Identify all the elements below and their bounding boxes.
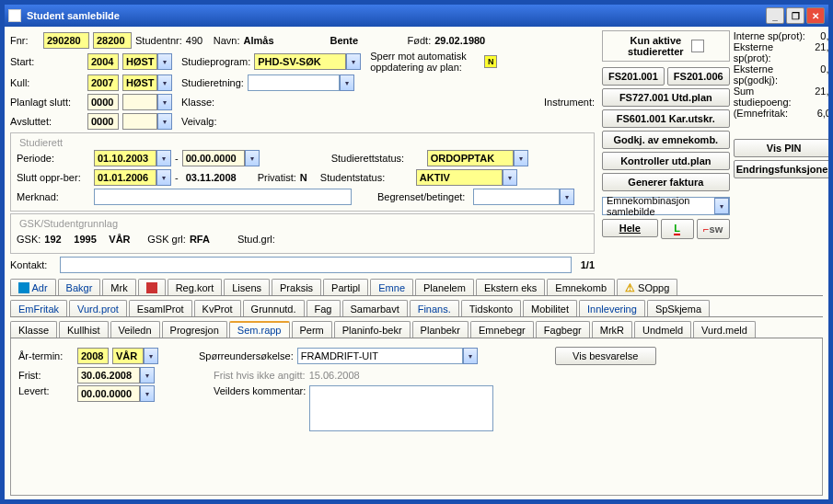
start-year[interactable]: 2004 [87, 53, 119, 70]
tab-Innlevering[interactable]: Innlevering [579, 300, 645, 316]
studieretning-dd[interactable]: ▾ [340, 74, 354, 91]
maximize-button[interactable]: ❐ [786, 7, 804, 24]
tab-Planelem[interactable]: Planelem [415, 279, 474, 295]
tab-Adr[interactable]: Adr [10, 279, 56, 295]
tab-Sem.rapp[interactable]: Sem.rapp [229, 321, 290, 338]
tab-MrkR[interactable]: MrkR [592, 321, 632, 338]
periode-to-dd[interactable]: ▾ [245, 150, 260, 166]
sporre-field[interactable]: FRAMDRIFT-UIT [297, 348, 463, 364]
tab-Progresjon[interactable]: Progresjon [162, 321, 227, 338]
tab-Grunnutd.[interactable]: Grunnutd. [243, 300, 305, 316]
tab-EsamlProt[interactable]: EsamlProt [129, 300, 192, 316]
studentstatus-dd[interactable]: ▾ [503, 169, 517, 186]
tab-Emnekomb[interactable]: Emnekomb [547, 279, 615, 295]
fs201001-button[interactable]: FS201.001 [602, 67, 665, 86]
tab-Praksis[interactable]: Praksis [272, 279, 321, 295]
avs-year[interactable]: 0000 [87, 113, 119, 130]
studentstatus-field[interactable]: AKTIV [416, 169, 503, 186]
tab-Undmeld[interactable]: Undmeld [634, 321, 691, 338]
begrenset-field[interactable] [473, 189, 560, 205]
tab-Veiledn[interactable]: Veiledn [110, 321, 160, 338]
levert-field[interactable]: 00.00.0000 [77, 385, 140, 402]
tab-Tidskonto[interactable]: Tidskonto [461, 300, 521, 316]
generer-faktura-button[interactable]: Generer faktura [602, 173, 730, 191]
tab-SpSkjema[interactable]: SpSkjema [647, 300, 710, 316]
endrings-button[interactable]: Endringsfunksjoner [734, 160, 828, 178]
fs601-button[interactable]: FS601.001 Kar.utskr. [602, 109, 730, 128]
vispin-button[interactable]: Vis PIN [734, 139, 828, 157]
kull-sem-dd[interactable]: ▾ [157, 74, 172, 91]
avs-sem-dd[interactable]: ▾ [157, 113, 172, 130]
frist-dd[interactable]: ▾ [140, 367, 155, 384]
tab-SOppg[interactable]: ⚠ SOppg [617, 279, 677, 295]
tab-Reg.kort[interactable]: Reg.kort [168, 279, 223, 295]
levert-dd[interactable]: ▾ [140, 385, 155, 402]
tab-Mobilitet[interactable]: Mobilitet [523, 300, 577, 316]
tab-Planbekr[interactable]: Planbekr [412, 321, 469, 338]
periode-from[interactable]: 01.10.2003 [94, 150, 156, 166]
sporre-dd[interactable]: ▾ [463, 348, 478, 364]
plan-sem-dd[interactable]: ▾ [157, 94, 172, 110]
artermin-year[interactable]: 2008 [77, 348, 109, 364]
tab-Klasse[interactable]: Klasse [10, 321, 57, 338]
artermin-dd[interactable]: ▾ [144, 348, 158, 364]
tab-Perm[interactable]: Perm [292, 321, 332, 338]
studierettstatus-field[interactable]: ORDOPPTAK [427, 150, 514, 166]
kull-year[interactable]: 2007 [87, 74, 119, 91]
tab-KvProt[interactable]: KvProt [194, 300, 241, 316]
kull-sem[interactable]: HØST [122, 74, 157, 91]
tab-Kullhist[interactable]: Kullhist [59, 321, 108, 338]
studieretning-field[interactable] [248, 74, 340, 91]
minimize-button[interactable]: _ [766, 7, 784, 24]
plan-sem[interactable] [122, 94, 157, 110]
studierettstatus-dd[interactable]: ▾ [514, 150, 528, 166]
fnr2-field[interactable]: 28200 [93, 32, 132, 49]
tab-Finans.[interactable]: Finans. [410, 300, 459, 316]
periode-to[interactable]: 00.00.0000 [182, 150, 245, 166]
emnekomb-select[interactable]: Emnekombinasjon samlebilde ▾ [602, 197, 730, 215]
tab-Fagbegr[interactable]: Fagbegr [536, 321, 590, 338]
tab-Fag[interactable]: Fag [307, 300, 341, 316]
plan-year[interactable]: 0000 [87, 94, 119, 110]
tab-Vurd.meld[interactable]: Vurd.meld [693, 321, 756, 338]
studieprogram-field[interactable]: PHD-SV-SØK [254, 53, 346, 70]
visbesvarelse-button[interactable]: Vis besvarelse [555, 347, 656, 365]
sluttoppr-from[interactable]: 01.01.2006 [94, 169, 156, 186]
close-button[interactable]: ✕ [806, 7, 825, 24]
emnekomb-select-dd[interactable]: ▾ [714, 198, 729, 214]
L-icon-button[interactable]: L [661, 219, 694, 239]
periode-from-dd[interactable]: ▾ [156, 150, 171, 166]
tab-Samarbavt[interactable]: Samarbavt [342, 300, 408, 316]
merknad-field[interactable] [94, 189, 352, 205]
tab-Lisens[interactable]: Lisens [224, 279, 270, 295]
tab-Ekstern eks[interactable]: Ekstern eks [476, 279, 545, 295]
kontroller-button[interactable]: Kontroller utd.plan [602, 152, 730, 170]
tab-Emnebegr[interactable]: Emnebegr [470, 321, 534, 338]
veilkomm-field[interactable] [309, 385, 493, 431]
sw-icon-button[interactable]: ⌐sw [697, 219, 730, 239]
godkj-button[interactable]: Godkj. av emnekomb. [602, 131, 730, 149]
tab-EmFritak[interactable]: EmFritak [10, 300, 67, 316]
kontakt-field[interactable] [60, 257, 572, 273]
sluttoppr-from-dd[interactable]: ▾ [156, 169, 171, 186]
frist-field[interactable]: 30.06.2008 [77, 367, 140, 384]
tab-Vurd.prot[interactable]: Vurd.prot [69, 300, 127, 316]
tab-Planinfo-bekr[interactable]: Planinfo-bekr [334, 321, 411, 338]
begrenset-dd[interactable]: ▾ [560, 189, 574, 205]
fnr1-field[interactable]: 290280 [43, 32, 89, 49]
fs727-button[interactable]: FS727.001 Utd.plan [602, 88, 730, 107]
tab-Mrk[interactable]: Mrk [102, 279, 135, 295]
tab-Bakgr[interactable]: Bakgr [58, 279, 101, 295]
kun-aktive-checkbox[interactable] [691, 40, 704, 52]
sperr-value[interactable]: N [484, 55, 497, 68]
tab-Emne[interactable]: Emne [370, 279, 413, 295]
tab-Partipl[interactable]: Partipl [323, 279, 368, 295]
studieprogram-dd[interactable]: ▾ [346, 53, 361, 70]
start-sem-dd[interactable]: ▾ [157, 53, 172, 70]
start-sem[interactable]: HØST [122, 53, 157, 70]
hele-button[interactable]: Hele [602, 219, 658, 237]
artermin-sem[interactable]: VÅR [112, 348, 144, 364]
tab-icon[interactable] [138, 279, 166, 295]
avs-sem[interactable] [122, 113, 157, 130]
fs201006-button[interactable]: FS201.006 [667, 67, 730, 86]
